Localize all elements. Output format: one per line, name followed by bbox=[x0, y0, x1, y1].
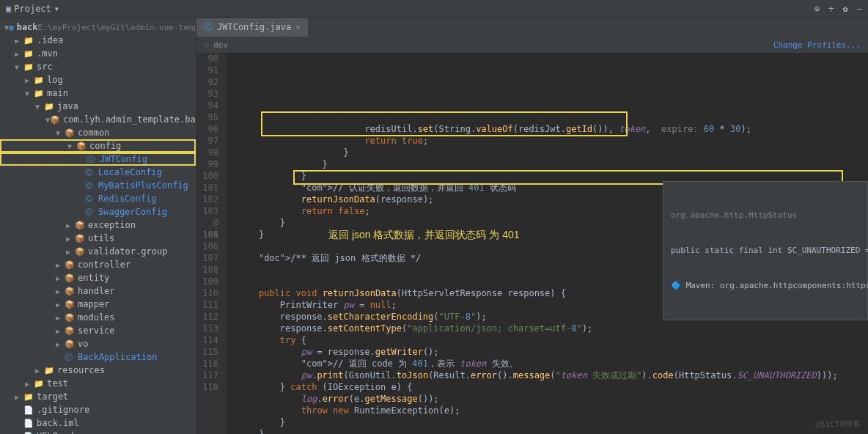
project-root[interactable]: ▼▣back E:\myProject\myGit\admin-vue-temp… bbox=[0, 21, 196, 34]
tree-item-vo[interactable]: ▶📦vo bbox=[0, 337, 196, 350]
tree-item-BackApplication[interactable]: ⒸBackApplication bbox=[0, 350, 196, 364]
tree-item-com-lyh-admin_template-back[interactable]: ▼📦com.lyh.admin_template.back bbox=[0, 113, 196, 126]
tree-item--gitignore[interactable]: 📄.gitignore bbox=[0, 403, 196, 416]
tree-item-service[interactable]: ▶📦service bbox=[0, 324, 196, 337]
branch-label: dev bbox=[213, 40, 228, 50]
tree-item-entity[interactable]: ▶📦entity bbox=[0, 271, 196, 284]
tree-item-test[interactable]: ▶📁test bbox=[0, 377, 196, 390]
tooltip-package: org.apache.http.HttpStatus bbox=[671, 210, 860, 221]
line-gutter: 90919293949596979899100101102103@ 104105… bbox=[196, 53, 226, 434]
editor-tabs: Ⓒ JWTConfig.java × bbox=[196, 18, 868, 37]
tree-item-config[interactable]: ▼📦config bbox=[0, 139, 196, 152]
tree-item-main[interactable]: ▼📁main bbox=[0, 87, 196, 100]
breadcrumb-bar: ⚇ dev Change Profiles... bbox=[196, 37, 868, 53]
top-toolbar: ▣ Project ▾ ⊕ ÷ ✿ — bbox=[0, 0, 868, 18]
annotation-text: 返回 json 格式数据，并返回状态码 为 401 bbox=[328, 229, 520, 240]
doc-tooltip: org.apache.http.HttpStatus public static… bbox=[663, 181, 868, 320]
project-sidebar[interactable]: ▼▣back E:\myProject\myGit\admin-vue-temp… bbox=[0, 18, 196, 434]
tree-item-utils[interactable]: ▶📦utils bbox=[0, 232, 196, 245]
tree-item-MyBatisPlusConfig[interactable]: ⒸMyBatisPlusConfig bbox=[0, 179, 196, 192]
tree-item-RedisConfig[interactable]: ⒸRedisConfig bbox=[0, 192, 196, 205]
tree-item-resources[interactable]: ▶📁resources bbox=[0, 364, 196, 377]
tree-item-modules[interactable]: ▶📦modules bbox=[0, 311, 196, 324]
tree-item-exception[interactable]: ▶📦exception bbox=[0, 218, 196, 232]
tree-item-common[interactable]: ▼📦common bbox=[0, 126, 196, 139]
code-editor[interactable]: 90919293949596979899100101102103@ 104105… bbox=[196, 53, 868, 434]
tree-item--idea[interactable]: ▶📁.idea bbox=[0, 34, 196, 47]
tree-item-JWTConfig[interactable]: ⒸJWTConfig bbox=[0, 152, 196, 166]
tree-item-HELP-md[interactable]: 📄HELP.md bbox=[0, 430, 196, 434]
target-icon[interactable]: ⊕ bbox=[814, 4, 820, 14]
file-tab[interactable]: Ⓒ JWTConfig.java × bbox=[196, 18, 308, 37]
tree-item-java[interactable]: ▼📁java bbox=[0, 100, 196, 113]
project-icon: ▣ bbox=[6, 4, 11, 14]
collapse-icon[interactable]: ÷ bbox=[828, 4, 834, 14]
tree-item-src[interactable]: ▼📁src bbox=[0, 60, 196, 73]
watermark: @51CTO博客 bbox=[815, 419, 861, 430]
tooltip-signature: public static final int SC_UNAUTHORIZED … bbox=[671, 245, 860, 257]
branch-icon: ⚇ bbox=[204, 40, 209, 50]
tree-item-handler[interactable]: ▶📦handler bbox=[0, 284, 196, 298]
tree-item-validator-group[interactable]: ▶📦validator.group bbox=[0, 245, 196, 258]
java-class-icon: Ⓒ bbox=[204, 21, 213, 34]
tooltip-maven: 🔷 Maven: org.apache.httpcomponents:httpc… bbox=[671, 280, 860, 292]
tree-item-controller[interactable]: ▶📦controller bbox=[0, 258, 196, 271]
editor-panel: Ⓒ JWTConfig.java × ⚇ dev Change Profiles… bbox=[196, 18, 868, 434]
tree-item-SwaggerConfig[interactable]: ⒸSwaggerConfig bbox=[0, 205, 196, 218]
project-label[interactable]: Project bbox=[14, 4, 51, 14]
dropdown-icon[interactable]: ▾ bbox=[54, 4, 59, 14]
tree-item-log[interactable]: ▶📁log bbox=[0, 73, 196, 87]
close-icon[interactable]: × bbox=[295, 22, 301, 32]
tree-item-target[interactable]: ▶📁target bbox=[0, 390, 196, 403]
gear-icon[interactable]: ✿ bbox=[843, 4, 848, 14]
hide-icon[interactable]: — bbox=[857, 4, 862, 14]
change-profiles-link[interactable]: Change Profiles... bbox=[773, 40, 861, 50]
tree-item-LocaleConfig[interactable]: ⒸLocaleConfig bbox=[0, 166, 196, 179]
tree-item--mvn[interactable]: ▶📁.mvn bbox=[0, 47, 196, 60]
tree-item-back-iml[interactable]: 📄back.iml bbox=[0, 416, 196, 430]
tree-item-mapper[interactable]: ▶📦mapper bbox=[0, 298, 196, 311]
tab-label: JWTConfig.java bbox=[217, 22, 291, 32]
code-content[interactable]: 返回 json 格式数据，并返回状态码 为 401 org.apache.htt… bbox=[226, 53, 868, 434]
